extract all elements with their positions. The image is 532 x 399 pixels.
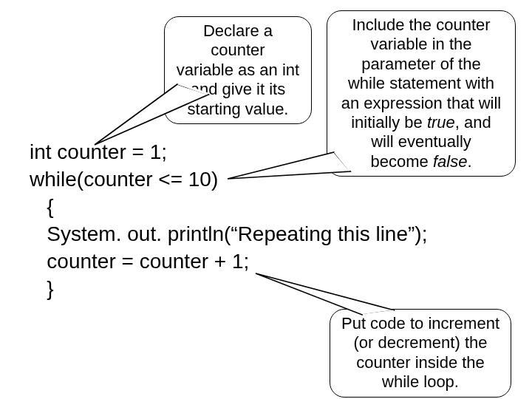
callout-increment-text: Put code to increment(or decrement) thec… (341, 314, 499, 391)
callout-declare: Declare a countervariable as an intand g… (164, 16, 312, 124)
code-block: int counter = 1; while(counter <= 10) { … (30, 139, 427, 303)
code-line-1: int counter = 1; (30, 140, 167, 163)
code-line-6: } (30, 277, 54, 300)
callout-increment: Put code to increment(or decrement) thec… (330, 309, 511, 398)
code-line-4: System. out. println(“Repeating this lin… (30, 222, 427, 245)
code-line-3: { (30, 195, 54, 218)
code-line-5: counter = counter + 1; (30, 250, 249, 273)
code-line-2: while(counter <= 10) (30, 168, 218, 191)
callout-declare-text: Declare a countervariable as an intand g… (177, 21, 299, 118)
